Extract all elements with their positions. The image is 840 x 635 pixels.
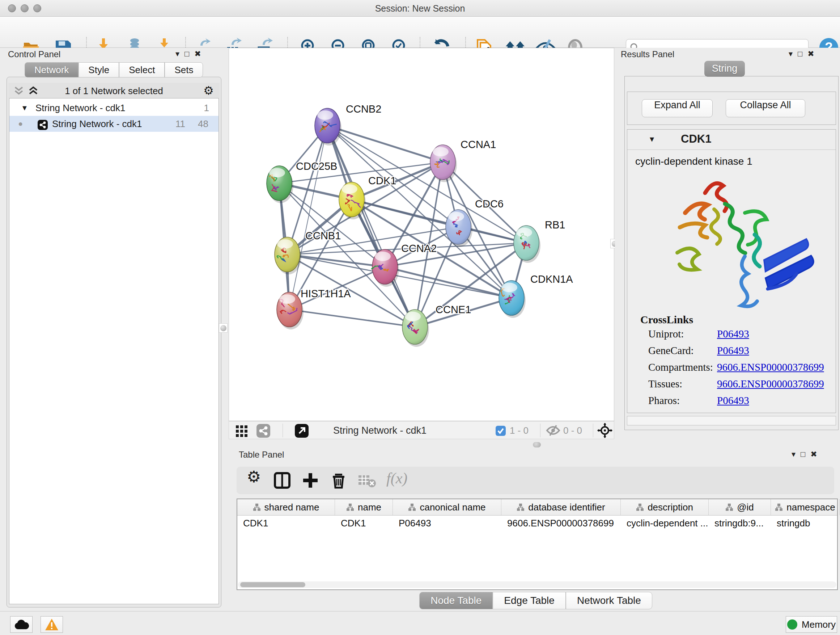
results-scrollbar[interactable] (627, 416, 836, 425)
open-in-window-icon[interactable] (295, 424, 309, 439)
table-toolbar: ⚙ f(x) (237, 467, 834, 494)
column-header-canonical-name[interactable]: canonical name (393, 499, 501, 515)
node-CDC6[interactable]: CDC6 (446, 198, 504, 247)
tab-network-table[interactable]: Network Table (566, 592, 652, 609)
cloud-icon (14, 619, 29, 630)
crosslink-row: Compartments:9606.ENSP00000378699 (648, 361, 829, 377)
close-panel-icon[interactable]: ✖ (807, 49, 819, 59)
edge-CCNB1-CCNA2[interactable] (287, 255, 385, 267)
float-panel-icon[interactable]: □ (185, 49, 194, 59)
table-horizontal-scrollbar[interactable] (238, 581, 836, 588)
tab-sets[interactable]: Sets (164, 62, 203, 78)
table-row[interactable]: CDK1CDK1P064939606.ENSP00000378699cyclin… (237, 516, 837, 531)
crosslink-value[interactable]: P06493 (717, 345, 749, 356)
control-panel-buttons: ▾□✖ (175, 49, 206, 59)
create-column-icon[interactable] (302, 472, 319, 491)
close-panel-icon[interactable]: ✖ (810, 450, 822, 459)
crosslink-value[interactable]: 9606.ENSP00000378699 (717, 361, 824, 373)
memory-button[interactable]: Memory (786, 616, 837, 633)
node-RB1[interactable]: RB1 (514, 219, 565, 263)
tab-string[interactable]: String (704, 61, 745, 77)
expand-all-button[interactable]: Expand All (642, 99, 713, 117)
table-panel-title: Table Panel (239, 450, 284, 460)
shared-column-icon (775, 503, 783, 511)
section-expander-icon[interactable]: ▾ (650, 134, 654, 144)
warnings-button[interactable] (41, 616, 63, 633)
network-collection-row[interactable]: ▼ String Network - cdk1 1 (9, 100, 218, 116)
node-label-RB1: RB1 (545, 219, 565, 231)
table-cell[interactable]: cyclin-dependent ... (621, 516, 709, 531)
grid-view-icon[interactable] (235, 424, 248, 439)
tab-edge-table[interactable]: Edge Table (493, 592, 566, 609)
gene-description: cyclin-dependent kinase 1 (635, 156, 752, 167)
tab-style[interactable]: Style (79, 62, 119, 78)
network-graph[interactable]: CCNB2CCNA1CDC25BCDK1CDC6RB1CCNB1CCNA2CDK… (229, 48, 614, 421)
function-builder-icon[interactable]: f(x) (386, 470, 407, 487)
edge-CCNB2-CCNA1[interactable] (327, 126, 443, 162)
close-panel-icon[interactable]: ✖ (194, 49, 206, 59)
warning-icon (45, 618, 58, 631)
node-CDKN1A[interactable]: CDKN1A (499, 273, 573, 318)
network-row[interactable]: ● String Network - cdk1 11 48 (9, 116, 218, 132)
tab-node-table[interactable]: Node Table (419, 592, 493, 609)
tab-select[interactable]: Select (119, 62, 164, 78)
node-label-CCNA2: CCNA2 (401, 242, 437, 254)
edge-HIST1H1A-CCNE1[interactable] (289, 310, 415, 327)
node-CCNA1[interactable]: CCNA1 (430, 139, 496, 182)
network-canvas[interactable]: CCNB2CCNA1CDC25BCDK1CDC6RB1CCNB1CCNA2CDK… (229, 48, 614, 421)
gene-symbol: CDK1 (681, 133, 711, 146)
column-header-name[interactable]: name (335, 499, 393, 515)
network-options-gear-icon[interactable]: ⚙ (203, 84, 214, 97)
float-panel-icon[interactable]: □ (801, 450, 810, 459)
table-cell[interactable]: 9606.ENSP00000378699 (501, 516, 621, 531)
crosslink-value[interactable]: 9606.ENSP00000378699 (717, 378, 824, 390)
gene-section-header[interactable]: ▾ CDK1 (627, 130, 836, 150)
node-HIST1H1A[interactable]: HIST1H1A (277, 288, 351, 329)
node-label-CCNB2: CCNB2 (346, 103, 381, 115)
table-cell[interactable]: CDK1 (237, 516, 335, 531)
crosslink-row: Tissues:9606.ENSP00000378699 (648, 378, 829, 394)
column-header--id[interactable]: @id (709, 499, 771, 515)
node-label-HIST1H1A: HIST1H1A (301, 288, 351, 299)
node-table: shared namenamecanonical namedatabase id… (237, 499, 838, 590)
table-cell[interactable]: stringdb (771, 516, 840, 531)
cloud-button[interactable] (10, 616, 33, 633)
memory-label: Memory (802, 619, 836, 630)
column-header-shared-name[interactable]: shared name (237, 499, 335, 515)
hidden-eye-icon[interactable] (546, 424, 561, 438)
column-header-description[interactable]: description (621, 499, 709, 515)
crosslink-value[interactable]: P06493 (717, 328, 749, 340)
network-view-title: String Network - cdk1 (333, 425, 426, 436)
crosslink-value[interactable]: P06493 (717, 394, 749, 406)
application-window: Session: New Session (0, 0, 840, 635)
column-header-database-identifier[interactable]: database identifier (501, 499, 621, 515)
collapse-all-button[interactable]: Collapse All (726, 99, 805, 117)
horizontal-splitter-handle[interactable] (533, 442, 541, 448)
collection-expander-icon[interactable]: ▼ (21, 100, 28, 116)
table-panel-buttons: ▾□✖ (791, 450, 822, 459)
node-CDC25B[interactable]: CDC25B (267, 160, 337, 203)
selected-checkbox-icon[interactable] (495, 425, 506, 438)
edge-CCNB2-HIST1H1A[interactable] (289, 126, 327, 310)
column-header-namespace[interactable]: namespace (771, 499, 840, 515)
network-thumbnail-icon[interactable] (256, 424, 270, 439)
node-CDK1[interactable]: CDK1 (339, 175, 396, 219)
collapse-panel-icon[interactable]: ▾ (791, 450, 801, 459)
table-cell[interactable]: P06493 (393, 516, 501, 531)
float-panel-icon[interactable]: □ (798, 49, 807, 59)
table-options-gear-icon[interactable]: ⚙ (247, 467, 261, 486)
node-CCNE1[interactable]: CCNE1 (402, 304, 471, 347)
delete-table-icon[interactable] (358, 475, 377, 489)
table-cell[interactable]: stringdb:9... (709, 516, 771, 531)
collapse-panel-icon[interactable]: ▾ (175, 49, 185, 59)
left-splitter-handle[interactable] (219, 323, 227, 333)
table-cell[interactable]: CDK1 (335, 516, 393, 531)
scrollbar-thumb[interactable] (240, 582, 305, 587)
show-columns-icon[interactable] (273, 472, 291, 491)
collapse-panel-icon[interactable]: ▾ (789, 49, 798, 59)
table-body: CDK1CDK1P064939606.ENSP00000378699cyclin… (237, 516, 837, 531)
tab-network[interactable]: Network (25, 62, 79, 78)
birdseye-crosshair-icon[interactable] (597, 423, 613, 440)
delete-column-icon[interactable] (330, 472, 347, 491)
results-panel-buttons: ▾□✖ (789, 49, 819, 59)
